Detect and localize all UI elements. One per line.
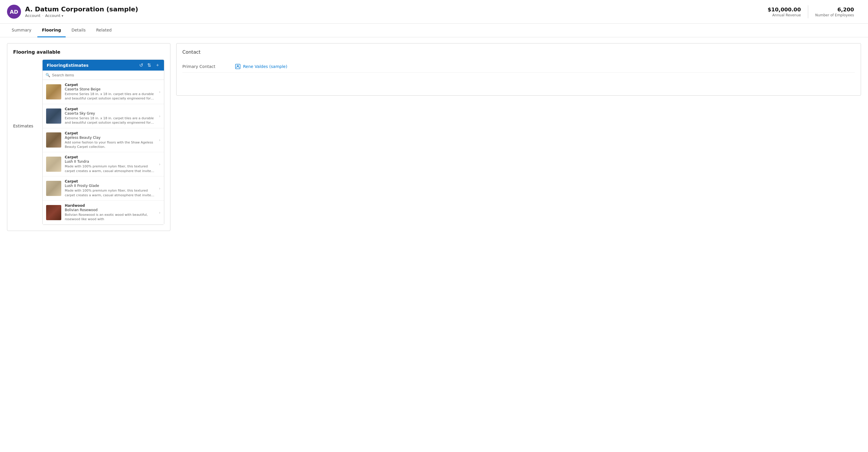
subpanel-header-actions: ↺ ⇅ ＋ <box>139 62 160 68</box>
avatar: AD <box>7 5 21 19</box>
product-thumbnail <box>46 157 61 172</box>
product-thumbnail <box>46 132 61 148</box>
product-type: Carpet <box>65 131 155 135</box>
company-name: A. Datum Corporation (sample) <box>25 5 761 13</box>
product-desc: Extreme Series 18 in. x 18 in. carpet ti… <box>65 92 155 101</box>
contact-record-icon <box>235 64 241 69</box>
product-type: Carpet <box>65 107 155 111</box>
chevron-right-icon: › <box>159 186 160 191</box>
list-item[interactable]: Hardwood Bolivian Rosewood Bolivian Rose… <box>42 201 164 225</box>
product-thumbnail <box>46 108 61 124</box>
estimates-label: Estimates <box>13 60 36 128</box>
chevron-right-icon: › <box>159 114 160 119</box>
chevron-right-icon: › <box>159 210 160 215</box>
product-name: Caserta Sky Grey <box>65 111 155 116</box>
employees-label: Number of Employees <box>815 13 854 17</box>
account-dropdown[interactable]: Account <box>45 13 63 18</box>
product-type: Carpet <box>65 83 155 87</box>
product-info: Carpet Lush II Tundra Made with 100% pre… <box>65 155 155 173</box>
main-content: Flooring available Estimates FlooringEst… <box>0 37 868 237</box>
right-panel: Contact Primary Contact Rene Valdes (sam… <box>176 43 861 96</box>
product-thumbnail <box>46 205 61 220</box>
primary-contact-label: Primary Contact <box>182 64 229 69</box>
subpanel-header: FlooringEstimates ↺ ⇅ ＋ <box>42 60 164 71</box>
chevron-right-icon: › <box>159 162 160 166</box>
product-info: Hardwood Bolivian Rosewood Bolivian Rose… <box>65 203 155 222</box>
product-type: Hardwood <box>65 203 155 207</box>
chevron-right-icon: › <box>159 138 160 142</box>
contact-section-title: Contact <box>182 49 855 55</box>
list-item[interactable]: Carpet Lush II Frosty Glade Made with 10… <box>42 176 164 201</box>
tab-related[interactable]: Related <box>92 24 116 37</box>
employees-value: 6,200 <box>815 6 854 12</box>
list-item[interactable]: Carpet Ageless Beauty Clay Add some fash… <box>42 128 164 153</box>
list-item[interactable]: Carpet Caserta Stone Beige Extreme Serie… <box>42 80 164 104</box>
product-type: Carpet <box>65 179 155 184</box>
product-info: Carpet Lush II Frosty Glade Made with 10… <box>65 179 155 197</box>
primary-contact-link[interactable]: Rene Valdes (sample) <box>243 64 287 69</box>
tab-details[interactable]: Details <box>67 24 90 37</box>
flooring-estimates-subpanel: FlooringEstimates ↺ ⇅ ＋ 🔍 <box>42 60 164 225</box>
add-icon[interactable]: ＋ <box>155 62 160 68</box>
breadcrumb-sep: · <box>42 13 43 18</box>
list-item[interactable]: Carpet Caserta Sky Grey Extreme Series 1… <box>42 104 164 128</box>
product-desc: Made with 100% premium nylon fiber, this… <box>65 164 155 173</box>
product-info: Carpet Ageless Beauty Clay Add some fash… <box>65 131 155 149</box>
chevron-down-icon <box>62 13 63 18</box>
tab-summary[interactable]: Summary <box>7 24 36 37</box>
search-row: 🔍 <box>42 71 164 80</box>
annual-revenue-block: $10,000.00 Annual Revenue <box>761 5 808 19</box>
contact-value: Rene Valdes (sample) <box>235 64 287 69</box>
breadcrumb: Account · Account <box>25 13 761 18</box>
page-header: AD A. Datum Corporation (sample) Account… <box>0 0 868 24</box>
sort-icon[interactable]: ⇅ <box>147 62 151 68</box>
product-thumbnail <box>46 181 61 196</box>
product-thumbnail <box>46 84 61 99</box>
product-name: Lush II Tundra <box>65 160 155 164</box>
list-item[interactable]: Carpet Lush II Tundra Made with 100% pre… <box>42 152 164 176</box>
subpanel-title: FlooringEstimates <box>47 63 88 68</box>
product-info: Carpet Caserta Sky Grey Extreme Series 1… <box>65 107 155 125</box>
refresh-icon[interactable]: ↺ <box>139 62 143 68</box>
employees-block: 6,200 Number of Employees <box>808 5 861 19</box>
breadcrumb-account2: Account <box>45 13 61 18</box>
contact-row: Primary Contact Rene Valdes (sample) <box>182 61 855 73</box>
chevron-right-icon: › <box>159 90 160 94</box>
tab-flooring[interactable]: Flooring <box>37 24 66 37</box>
annual-revenue-value: $10,000.00 <box>768 6 801 12</box>
breadcrumb-account1: Account <box>25 13 40 18</box>
product-name: Ageless Beauty Clay <box>65 136 155 140</box>
header-stats: $10,000.00 Annual Revenue 6,200 Number o… <box>761 5 861 19</box>
header-title-block: A. Datum Corporation (sample) Account · … <box>25 5 761 18</box>
product-desc: Made with 100% premium nylon fiber, this… <box>65 188 155 197</box>
product-desc: Extreme Series 18 in. x 18 in. carpet ti… <box>65 116 155 125</box>
product-name: Caserta Stone Beige <box>65 87 155 91</box>
product-desc: Add some fashion to your floors with the… <box>65 140 155 149</box>
flooring-available-title: Flooring available <box>13 49 164 55</box>
product-name: Lush II Frosty Glade <box>65 184 155 188</box>
left-panel: Flooring available Estimates FlooringEst… <box>7 43 170 231</box>
nav-tabs: Summary Flooring Details Related <box>0 24 868 37</box>
product-name: Bolivian Rosewood <box>65 208 155 212</box>
product-info: Carpet Caserta Stone Beige Extreme Serie… <box>65 83 155 101</box>
annual-revenue-label: Annual Revenue <box>768 13 801 17</box>
search-icon: 🔍 <box>45 73 50 77</box>
search-input[interactable] <box>52 73 161 77</box>
svg-point-1 <box>237 65 239 67</box>
product-type: Carpet <box>65 155 155 159</box>
product-desc: Bolivian Rosewood is an exotic wood with… <box>65 213 155 222</box>
product-list: Carpet Caserta Stone Beige Extreme Serie… <box>42 80 164 225</box>
